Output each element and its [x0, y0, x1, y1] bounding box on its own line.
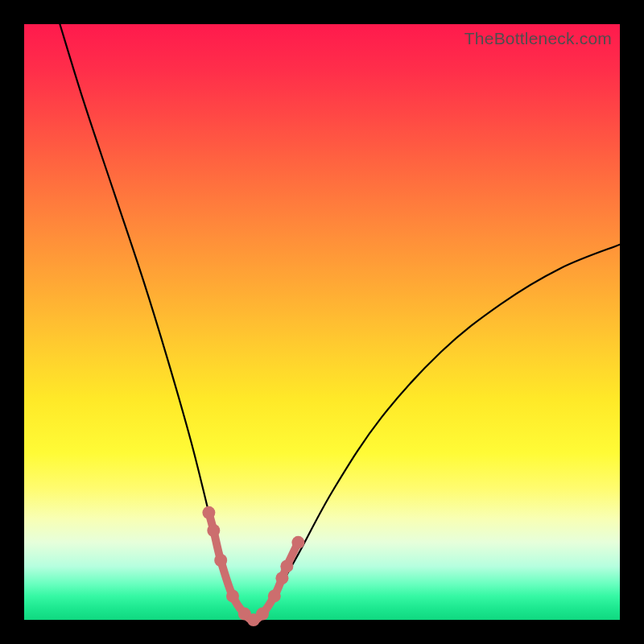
chart-frame: TheBottleneck.com — [0, 0, 644, 644]
highlighted-range — [202, 506, 304, 626]
marker-dot — [226, 589, 239, 602]
marker-dot — [202, 506, 215, 519]
curve-layer — [24, 24, 620, 620]
marker-dot — [275, 572, 288, 584]
marker-dot — [280, 559, 293, 572]
marker-dot — [207, 524, 220, 537]
bottleneck-curve — [60, 24, 620, 620]
marker-dot — [291, 536, 304, 549]
marker-dot — [256, 608, 269, 621]
marker-dot — [214, 554, 227, 567]
marker-dot — [268, 589, 281, 602]
plot-area: TheBottleneck.com — [24, 24, 620, 620]
